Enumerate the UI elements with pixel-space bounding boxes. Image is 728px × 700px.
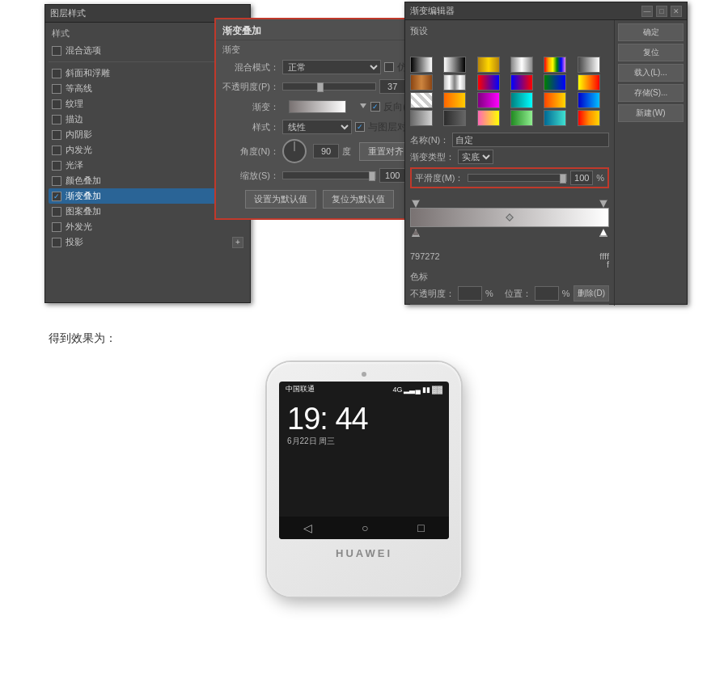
phone-nav-bar: ◁ ○ □ <box>279 517 449 539</box>
preset-chrome[interactable] <box>443 74 466 91</box>
preset-y2r[interactable] <box>578 74 600 91</box>
opacity-input[interactable] <box>379 79 405 94</box>
nav-home-btn[interactable]: ○ <box>362 521 368 534</box>
stop-opacity-row: 不透明度： % 位置： % 删除(D) <box>410 285 609 302</box>
pattern-overlay-label: 图案叠加 <box>66 205 101 217</box>
preset-trans[interactable] <box>578 57 600 73</box>
preset-check[interactable] <box>410 92 433 108</box>
texture-checkbox <box>52 99 61 109</box>
preset-copper[interactable] <box>410 74 433 91</box>
opacity-label: 不透明度(P)： <box>222 81 279 93</box>
color-stop-left[interactable] <box>412 229 420 237</box>
scale-input[interactable] <box>379 168 405 183</box>
preset-bright[interactable] <box>477 110 500 126</box>
preset-cool[interactable] <box>578 92 600 108</box>
scale-slider[interactable] <box>282 171 376 179</box>
preset-neutral[interactable] <box>410 110 433 126</box>
preset-violet[interactable] <box>477 92 500 108</box>
ge-gradient-bar[interactable] <box>410 208 609 227</box>
scale-thumb[interactable] <box>369 171 375 181</box>
preset-wb[interactable] <box>443 57 466 73</box>
preset-rainbow[interactable] <box>544 57 566 73</box>
ge-right-hex-2: f <box>410 259 609 269</box>
stop-opacity-input[interactable] <box>458 286 482 301</box>
new-btn[interactable]: 新建(W) <box>618 104 684 122</box>
style-row: 样式： 线性 与图层对齐 <box>216 117 423 137</box>
gradient-overlay-panel-subtitle: 渐变 <box>216 40 423 57</box>
confirm-btn[interactable]: 确定 <box>618 23 684 41</box>
angle-degree: 度 <box>342 145 351 158</box>
texture-label: 纹理 <box>66 98 83 110</box>
network-type: 4G <box>392 386 402 394</box>
ge-type-select[interactable]: 实底 <box>458 150 493 164</box>
stop-delete-btn[interactable]: 删除(D) <box>574 285 609 302</box>
preset-forest[interactable] <box>510 110 533 126</box>
angle-dial[interactable] <box>282 139 307 163</box>
gradient-dropdown-btn[interactable] <box>359 101 367 112</box>
preset-r2b[interactable] <box>477 74 500 91</box>
gradient-label: 渐变： <box>222 101 279 113</box>
preset-fire[interactable] <box>578 110 600 126</box>
ge-presets-label: 预设 <box>410 25 609 37</box>
phone-time: 19: 44 <box>287 403 441 434</box>
style-select[interactable]: 线性 <box>282 120 352 134</box>
stop-opacity-unit: % <box>485 289 493 298</box>
opacity-row: 不透明度(P)： % <box>216 77 423 96</box>
gradient-preview[interactable] <box>289 100 346 113</box>
ge-name-input[interactable] <box>452 133 609 147</box>
ge-close-btn[interactable]: ✕ <box>671 6 682 17</box>
outer-glow-checkbox <box>52 222 61 232</box>
color-stop-right[interactable] <box>599 229 607 237</box>
nav-back-btn[interactable]: ◁ <box>303 521 312 534</box>
preset-b2r[interactable] <box>510 74 533 91</box>
opacity-slider[interactable] <box>282 82 376 91</box>
preset-warm[interactable] <box>544 92 566 108</box>
stop-location-label: 位置： <box>505 288 531 300</box>
gradient-midpoint[interactable] <box>506 213 514 221</box>
smoothness-slider[interactable] <box>468 174 568 182</box>
ge-name-row: 名称(N)： <box>410 133 609 147</box>
simulate-checkbox[interactable] <box>384 62 394 72</box>
save-btn[interactable]: 存储(S)... <box>618 84 684 102</box>
smoothness-input[interactable] <box>570 171 593 185</box>
preset-ocean[interactable] <box>544 110 566 126</box>
scale-row: 缩放(S)： % <box>216 166 423 185</box>
align-checkbox[interactable] <box>355 122 365 132</box>
phone-operator: 中国联通 <box>286 384 315 394</box>
drop-shadow-plus[interactable]: + <box>232 237 243 248</box>
opacity-stop-right[interactable] <box>599 200 607 208</box>
gradient-overlay-panel-title: 渐变叠加 <box>216 19 423 40</box>
angle-indicator <box>294 141 295 151</box>
preset-dark[interactable] <box>443 110 466 126</box>
smoothness-thumb[interactable] <box>560 174 566 183</box>
color-stops-row <box>412 229 607 237</box>
reset-default-btn[interactable]: 复位为默认值 <box>323 190 394 209</box>
sidebar-item-outer-glow[interactable]: 外发光 <box>49 219 247 234</box>
contour-checkbox <box>52 84 61 94</box>
blend-mode-select[interactable]: 正常 <box>282 60 381 74</box>
preset-orange[interactable] <box>443 92 466 108</box>
phone-date: 6月22日 周三 <box>287 436 441 447</box>
stroke-label: 描边 <box>66 113 83 125</box>
opacity-thumb[interactable] <box>317 82 324 92</box>
ge-body: 预设 ⚙ <box>405 20 687 306</box>
angle-input[interactable] <box>313 144 339 158</box>
set-default-btn[interactable]: 设置为默认值 <box>245 190 316 209</box>
color-overlay-label: 颜色叠加 <box>66 175 101 187</box>
stop-location-input[interactable] <box>535 286 559 301</box>
ge-minimize-btn[interactable]: — <box>641 6 653 17</box>
sidebar-item-drop-shadow[interactable]: 投影 + <box>49 234 247 250</box>
ge-right-panel: 确定 复位 载入(L)... 存储(S)... 新建(W) <box>614 20 687 306</box>
preset-gold[interactable] <box>477 57 500 73</box>
opacity-stop-left[interactable] <box>412 200 420 208</box>
reverse-checkbox[interactable] <box>370 102 380 112</box>
ge-restore-btn[interactable]: □ <box>656 6 667 17</box>
reset-btn[interactable]: 复位 <box>618 44 684 61</box>
preset-teal[interactable] <box>510 92 533 108</box>
preset-bw[interactable] <box>410 57 433 73</box>
preset-silver[interactable] <box>510 57 533 73</box>
angle-label: 角度(N)： <box>222 145 279 158</box>
nav-recent-btn[interactable]: □ <box>417 521 424 534</box>
load-btn[interactable]: 载入(L)... <box>618 64 684 82</box>
preset-g2b[interactable] <box>544 74 566 91</box>
